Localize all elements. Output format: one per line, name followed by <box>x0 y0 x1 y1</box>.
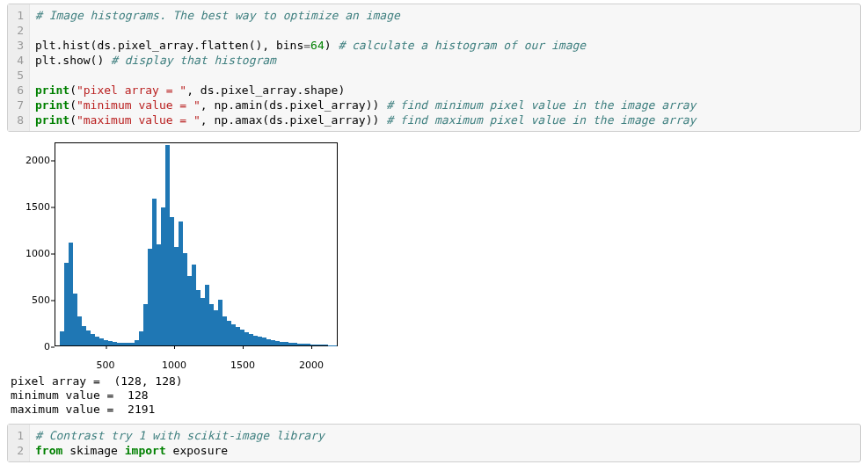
code-cell-1[interactable]: 1 2 3 4 5 6 7 8 # Image histograms. The … <box>7 4 861 132</box>
code-text: , ds.pixel_array.shape) <box>186 84 345 97</box>
string: "maximum value = " <box>77 113 201 127</box>
line-number: 1 <box>11 8 24 23</box>
line-number-gutter: 1 2 <box>8 425 30 461</box>
y-tick-label: 500 <box>12 294 50 306</box>
string: "minimum value = " <box>77 98 201 112</box>
code-text: plt.show() <box>35 54 111 67</box>
y-tick-label: 0 <box>12 341 50 352</box>
x-tick-label: 2000 <box>299 359 324 371</box>
line-number: 2 <box>11 23 24 38</box>
x-tick-label: 1500 <box>230 359 255 371</box>
line-number: 3 <box>11 38 24 53</box>
code-text: ( <box>69 84 77 97</box>
line-number: 8 <box>11 113 24 127</box>
comment: # Image histograms. The best way to opti… <box>35 9 400 22</box>
stdout-output: pixel array = (128, 128) minimum value =… <box>7 373 861 424</box>
y-tick-label: 1000 <box>12 248 50 259</box>
string: "pixel array = " <box>77 84 186 97</box>
line-number: 2 <box>11 443 24 458</box>
number: 64 <box>310 39 325 52</box>
line-number: 5 <box>11 68 24 83</box>
comment: # find minimum pixel value in the image … <box>386 98 696 112</box>
keyword: from <box>35 444 62 457</box>
code-text: plt.hist(ds.pixel_array.flatten(), bins <box>35 39 303 52</box>
operator: = <box>303 39 310 52</box>
histogram-chart: 0 500 1000 1500 2000 500 1000 1500 2000 <box>12 137 346 367</box>
output-line: pixel array = (128, 128) <box>11 374 183 388</box>
code-text: ( <box>69 113 77 127</box>
line-number: 7 <box>11 98 24 113</box>
line-number: 6 <box>11 83 24 98</box>
comment: # display that histogram <box>111 54 276 67</box>
keyword: import <box>125 444 166 457</box>
x-tick-label: 1000 <box>162 359 186 371</box>
output-line: maximum value = 2191 <box>11 403 155 416</box>
x-tick-label: 500 <box>97 359 115 371</box>
keyword: print <box>35 98 69 112</box>
comment: # find maximum pixel value in the image … <box>386 113 696 127</box>
comment: # calculate a histogram of our image <box>338 39 586 52</box>
code-text: , np.amin(ds.pixel_array)) <box>201 98 386 112</box>
output-area: 0 500 1000 1500 2000 500 1000 1500 2000 … <box>7 137 861 424</box>
code-text: ( <box>69 98 77 112</box>
line-number-gutter: 1 2 3 4 5 6 7 8 <box>8 4 30 131</box>
code-text: exposure <box>166 444 228 457</box>
comment: # Contrast try 1 with scikit-image libra… <box>35 429 325 442</box>
output-line: minimum value = 128 <box>11 388 149 402</box>
code-text: , np.amax(ds.pixel_array)) <box>201 113 386 127</box>
line-number: 4 <box>11 53 24 68</box>
keyword: print <box>35 84 69 97</box>
code-cell-2[interactable]: 1 2 # Contrast try 1 with scikit-image l… <box>7 424 861 462</box>
code-body[interactable]: # Image histograms. The best way to opti… <box>30 4 860 131</box>
line-number: 1 <box>11 428 24 443</box>
chart-bars <box>55 143 337 345</box>
keyword: print <box>35 113 69 127</box>
y-tick-label: 1500 <box>12 201 50 213</box>
chart-frame <box>55 142 338 346</box>
y-tick-label: 2000 <box>12 155 50 166</box>
code-body[interactable]: # Contrast try 1 with scikit-image libra… <box>30 425 860 461</box>
code-text: skimage <box>62 444 124 457</box>
code-text: ) <box>325 39 339 52</box>
